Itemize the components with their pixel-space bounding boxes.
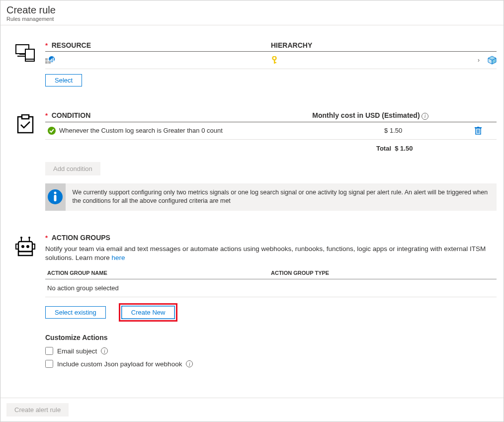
svg-point-28 (54, 192, 57, 194)
select-existing-button[interactable]: Select existing (45, 306, 106, 319)
json-payload-label: Include custom Json payload for webhook (57, 360, 182, 368)
action-groups-label: ACTION GROUPS (52, 234, 110, 242)
cost-label: Monthly cost in USD (Estimated) (312, 111, 420, 119)
required-asterisk: * (45, 234, 48, 242)
ag-col-type: ACTION GROUP TYPE (271, 270, 495, 276)
info-icon[interactable]: i (101, 347, 108, 354)
svg-rect-7 (45, 58, 48, 61)
svg-point-35 (21, 245, 24, 248)
banner-text: We currently support configuring only tw… (66, 183, 497, 211)
condition-row[interactable]: Whenever the Custom log search is Greate… (45, 122, 497, 140)
svg-rect-10 (51, 59, 52, 62)
condition-label: CONDITION (52, 111, 91, 119)
condition-section: * CONDITION Monthly cost in USD (Estimat… (5, 111, 499, 211)
svg-point-12 (273, 57, 276, 60)
svg-rect-34 (18, 242, 32, 252)
ag-col-name: ACTION GROUP NAME (47, 270, 271, 276)
clipboard-check-icon (16, 114, 34, 134)
chevron-right-icon: › (478, 57, 480, 64)
hierarchy-label: HIERARCHY (271, 41, 312, 49)
key-icon (271, 56, 278, 64)
create-alert-rule-button: Create alert rule (6, 403, 69, 417)
customize-actions-title: Customize Actions (45, 334, 497, 341)
svg-rect-5 (45, 61, 48, 64)
info-circle-icon (47, 188, 64, 205)
info-banner: We currently support configuring only tw… (45, 183, 497, 211)
svg-rect-19 (22, 115, 29, 119)
email-subject-checkbox[interactable] (45, 347, 53, 355)
condition-section-icon (5, 111, 45, 211)
resource-label: RESOURCE (52, 41, 91, 49)
action-groups-section: * ACTION GROUPS Notify your team via ema… (5, 234, 499, 371)
action-groups-section-icon (5, 234, 45, 371)
robot-icon (15, 237, 35, 257)
required-asterisk: * (45, 42, 48, 49)
svg-rect-38 (32, 244, 35, 249)
email-subject-label: Email subject (57, 347, 97, 355)
footer: Create alert rule (0, 398, 504, 422)
resource-section-icon (5, 41, 45, 86)
svg-point-33 (28, 237, 30, 239)
delete-icon[interactable] (475, 127, 482, 135)
condition-cost: $ 1.50 (312, 127, 475, 134)
cube-icon (488, 56, 497, 65)
json-payload-checkbox[interactable] (45, 360, 53, 368)
info-icon[interactable]: i (186, 360, 193, 367)
svg-rect-14 (274, 62, 276, 63)
page-title: Create rule (6, 4, 498, 16)
condition-text: Whenever the Custom log search is Greate… (59, 127, 223, 134)
select-resource-button[interactable]: Select (45, 74, 82, 86)
create-new-button[interactable]: Create New (122, 306, 175, 319)
monitor-devices-icon (15, 44, 35, 62)
svg-point-36 (26, 245, 29, 248)
svg-rect-11 (53, 58, 54, 62)
total-label: Total (376, 145, 391, 152)
page-subtitle: Rules management (6, 16, 498, 22)
email-subject-row[interactable]: Email subject i (45, 344, 497, 357)
learn-more-link[interactable]: here (112, 254, 125, 261)
json-payload-row[interactable]: Include custom Json payload for webhook … (45, 357, 497, 370)
check-circle-icon (47, 126, 56, 135)
svg-rect-9 (50, 60, 51, 62)
svg-rect-39 (18, 252, 32, 255)
svg-rect-23 (477, 127, 479, 128)
page-header: Create rule Rules management (0, 0, 504, 25)
customize-actions: Customize Actions Email subject i Includ… (45, 334, 497, 370)
info-icon[interactable]: i (421, 113, 428, 120)
svg-rect-29 (54, 195, 57, 201)
svg-rect-1 (19, 54, 25, 55)
total-value: $ 1.50 (395, 145, 413, 152)
svg-point-31 (20, 237, 22, 239)
create-new-highlight: Create New (119, 303, 178, 322)
action-groups-description: Notify your team via email and text mess… (45, 245, 497, 263)
svg-rect-37 (16, 244, 18, 249)
add-condition-button: Add condition (45, 162, 100, 175)
required-asterisk: * (45, 112, 48, 119)
resource-item-icon (45, 56, 55, 64)
resource-section: * RESOURCE HIERARCHY (5, 41, 499, 86)
ag-empty-row: No action group selected (45, 279, 497, 297)
svg-point-20 (48, 127, 56, 135)
